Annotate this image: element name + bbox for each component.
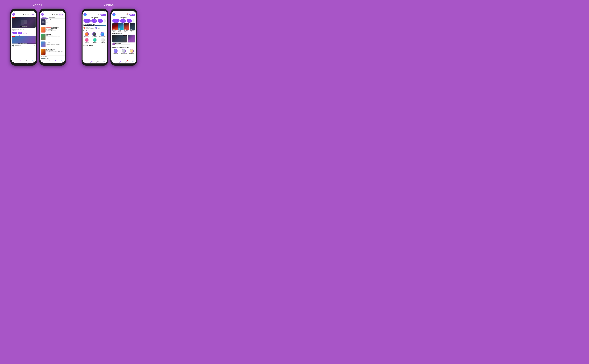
- monitor-icon-2[interactable]: ▭: [56, 13, 58, 15]
- tab-irl-4[interactable]: IRL 🎤: [120, 19, 126, 23]
- cat-item-minecraft[interactable]: Minecraft 80,3 k spectateurs Simulation …: [40, 33, 65, 41]
- tag-strategie: Stratégie: [56, 44, 60, 45]
- second-stream-thumb[interactable]: LIVE L 5,6 k spectateurs: [12, 36, 36, 44]
- create-button-2[interactable]: ◉ Créer: [58, 13, 64, 15]
- game-thumb-fortnite[interactable]: FORTNITE Fortnite 👁 250k: [118, 23, 123, 32]
- nav-home-3[interactable]: ⌂ Home: [83, 60, 89, 63]
- best-stream-thumb-2[interactable]: Comet... Stream... Catego...: [128, 35, 135, 42]
- nav-suivi-1[interactable]: ♡ Suivi: [11, 60, 18, 63]
- cat-item-kebab[interactable]: NOUVEAU Kebab Chefs!: Restauran... 2,5 k…: [40, 26, 65, 33]
- person-squeezie[interactable]: SQUEEZIE: [101, 38, 105, 43]
- broadcast-icon-4: ◉: [130, 14, 131, 15]
- nav-home-4[interactable]: ⌂ Home: [111, 60, 117, 63]
- app-header-1: ▶ ✉ ▭ ◉ Créer: [11, 13, 36, 16]
- cat-img-minecraft: [41, 34, 45, 40]
- cat-item-discussion[interactable]: Discussion 591,8 k spectateurs IRL: [40, 19, 65, 26]
- tab-games-4[interactable]: Games 🎮: [112, 19, 120, 23]
- video-icon-1[interactable]: ▶: [23, 13, 24, 15]
- person-galaxy[interactable]: GalaxyGoliath: [92, 32, 97, 37]
- search-icon-4: 🔍: [132, 60, 134, 62]
- messages-btn-4[interactable]: ✉ 7: [126, 13, 128, 16]
- svg-point-0: [13, 14, 14, 14]
- mini-avatar-3-1: [84, 27, 85, 29]
- games-tabs-4: Games 🎮 IRL 🎤 Music ›: [111, 19, 136, 23]
- nav-messages-4[interactable]: ✉7 Messages: [124, 60, 130, 63]
- cat-item-wow[interactable]: World of Warcraft 42,4 k spectateurs Jeu…: [40, 48, 65, 56]
- nav-rechercher-2[interactable]: 🔍 Rechercher: [59, 60, 65, 63]
- battery-icon-2: 🔋: [60, 11, 61, 12]
- tab-chaines-live[interactable]: Chaînes live: [48, 16, 56, 19]
- bottom-nav-4: ⌂ Home ▦ Browse ✉7 Messages: [111, 60, 136, 64]
- create-button-1[interactable]: ◉ Créer: [30, 13, 35, 15]
- cat-item-partial: d Police ...eurs FPS Jeux de tir Simulat…: [40, 58, 65, 59]
- cohh-tags: Once Human Once Human Giveaway: [115, 44, 130, 45]
- game-thumb-finals[interactable]: THEFINALS The Finals 👁 100k: [124, 23, 129, 32]
- nav-decouverte-1[interactable]: ◎ Découverte: [18, 60, 24, 63]
- heart-icon-1: ♡: [14, 60, 15, 62]
- best-stream-thumb[interactable]: 10k: [112, 35, 127, 42]
- cat-pill-jeux[interactable]: 🎮 Jeux: [12, 32, 18, 34]
- battery-icon: 🔋: [32, 11, 32, 12]
- mail-icon-2[interactable]: ✉: [54, 13, 55, 15]
- person-quasar[interactable]: QuasarQuester: [84, 32, 90, 37]
- live-badge-2: LIVE: [12, 36, 15, 37]
- nav-parcourir-1[interactable]: ▦ Parcourir: [24, 60, 30, 63]
- create-button-3[interactable]: ◉ Create: [100, 14, 106, 16]
- streamer2-name: sosomaness123: [15, 45, 21, 46]
- apres-avatar-4[interactable]: [112, 13, 116, 16]
- tab-games-3[interactable]: Games 🎮: [84, 19, 91, 23]
- person-jorge[interactable]: JorgeLive: [85, 38, 89, 43]
- cat-info-kebab: NOUVEAU Kebab Chefs!: Restauran... 2,5 k…: [46, 27, 64, 31]
- user-avatar-2[interactable]: [41, 13, 44, 16]
- nav-suivi-2[interactable]: ♡ Suivi: [40, 60, 46, 63]
- create-button-4[interactable]: ◉ Create: [129, 14, 135, 16]
- apres-avatar-3[interactable]: [84, 13, 87, 16]
- more-tabs-3[interactable]: ›: [104, 19, 106, 23]
- phone-notch-3: [91, 10, 98, 10]
- filter-bar[interactable]: ≡ Filtrer et trier: [40, 56, 65, 58]
- game-thumb-lol[interactable]: LEAGUEOFLEGENDS League of... 👁 125k: [112, 23, 118, 32]
- cat-pill-irl[interactable]: 🎙 IRL: [18, 32, 22, 34]
- name-galaxy: GalaxyGoliath: [92, 36, 97, 37]
- broadcast-icon-2: ◉: [59, 14, 60, 15]
- cat-item-fortnite[interactable]: Fortnite 110,9 k spectateurs Jeux de tir…: [40, 41, 65, 48]
- stream-card-2[interactable]: 📺 Stealth Broadc... Minecr...: [95, 25, 106, 29]
- cat-img-discussion: [41, 19, 45, 25]
- nav-search-3[interactable]: 🔍 Search: [101, 60, 107, 63]
- person-machinstream[interactable]: Machinstream: [129, 49, 134, 54]
- nav-browse-4[interactable]: ▦ Browse: [117, 60, 124, 63]
- game-thumb-human[interactable]: ONCEHUMAN Once Human 👁 10k: [130, 23, 135, 32]
- more-tabs-4[interactable]: ›: [132, 19, 135, 23]
- tab-irl-3[interactable]: IRL 🎤: [91, 19, 97, 23]
- nav-rechercher-1[interactable]: 🔍 Rechercher: [30, 60, 36, 63]
- cat-name-minecraft: Minecraft: [46, 34, 64, 35]
- messages-btn-3[interactable]: ✉: [97, 13, 99, 16]
- nav-browse-3[interactable]: ▦ Browse: [89, 60, 95, 63]
- game-stat-human: 👁 10k: [130, 31, 135, 32]
- games-tabs-3: Games 🎮 IRL 🎤 Music ›: [83, 19, 107, 23]
- nav-messages-3[interactable]: ✉ Messages: [95, 60, 101, 63]
- mail-icon-1[interactable]: ✉: [25, 13, 26, 15]
- tab-categories[interactable]: Catégories: [41, 16, 48, 19]
- phone-bottom-bar-1: [11, 63, 36, 65]
- tab-music-4[interactable]: Music: [127, 19, 132, 23]
- person-controller[interactable]: ControllerCrusher: [99, 32, 106, 37]
- avant-section: AVANT 21:30 🔋 ▲ |||: [2, 4, 74, 66]
- cat-info-minecraft: Minecraft 80,3 k spectateurs Simulation …: [46, 34, 64, 37]
- main-stream-thumb[interactable]: LIVE 7↑ 511 spectateurs: [12, 17, 36, 28]
- section-header-1: CHAÎNES LIVE QUI POURRAIENT VOUS PLAIRE: [11, 34, 36, 36]
- person-quantumquasar[interactable]: QuantumQuasar: [121, 49, 127, 54]
- cat-pill-espo[interactable]: Espo: [23, 32, 27, 34]
- nav-search-4[interactable]: 🔍 Search: [130, 60, 136, 63]
- stream-card-1[interactable]: 1.7k LunarLancer OmegaOracle: [84, 25, 95, 29]
- monitor-icon-1[interactable]: ▭: [27, 13, 29, 15]
- nav-parcourir-2[interactable]: ▦ Parcourir: [52, 60, 59, 63]
- nav-decouverte-2[interactable]: ◎ Découverte: [46, 60, 52, 63]
- video-icon-2[interactable]: ▶: [52, 13, 53, 15]
- person-guillaume[interactable]: GuillaumeTV: [93, 38, 97, 43]
- section-follow: Based on the people you follow: [83, 30, 107, 32]
- user-avatar-1[interactable]: [12, 13, 15, 16]
- more-icon-1[interactable]: ⋮: [34, 45, 35, 46]
- tab-music-3[interactable]: Music: [98, 19, 103, 23]
- person-galaxygunner[interactable]: GalaxyGunner: [113, 49, 118, 54]
